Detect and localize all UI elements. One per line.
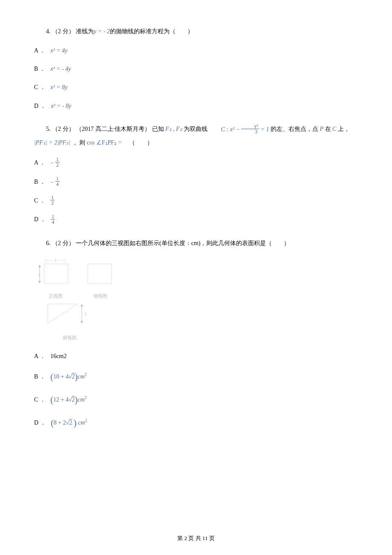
q4-pre: 准线为	[76, 28, 94, 35]
front-view-icon: |←— 2 —→| 2	[38, 258, 72, 286]
q5-curve-frac: y²3	[241, 124, 259, 134]
question-6: 6. （2 分） 一个几何体的三视图如右图所示(单位长度：cm)，则此几何体的表…	[34, 237, 358, 431]
q5-d-den: 4	[51, 220, 55, 225]
q6-text: 6. （2 分） 一个几何体的三视图如右图所示(单位长度：cm)，则此几何体的表…	[34, 237, 358, 249]
q4-text: 4. （2 分） 准线为y = - 2的抛物线的标准方程为（ ）	[34, 26, 358, 38]
q4-option-b[interactable]: B ． x² = - 4y	[34, 64, 358, 74]
q5-curve-prefix: C : x² −	[221, 126, 242, 133]
q4-points: （2 分）	[52, 28, 75, 35]
q6-option-d[interactable]: D ． (8 + 2√2 ) cm2	[34, 415, 358, 431]
q4-post: 的抛物线的标准方程为（ ）	[110, 28, 193, 35]
q4-a-label: A ．	[34, 47, 46, 54]
q5-a-frac: 12	[55, 157, 60, 168]
q5-point-p: P	[320, 126, 324, 132]
svg-text:2: 2	[38, 272, 40, 277]
q5-b-num: 1	[55, 176, 60, 182]
q5-a-label: A ．	[34, 159, 46, 166]
svg-marker-2	[38, 265, 41, 267]
q4-option-c[interactable]: C ． x² = 8y	[34, 82, 358, 92]
q5-source: （2017 高二上·佳木斯月考）	[76, 126, 150, 132]
svg-marker-10	[81, 321, 83, 324]
q6-front-label: 正视图	[38, 291, 72, 301]
q5-points: （2 分）	[52, 126, 75, 132]
q5-b-neg: −	[50, 179, 54, 185]
svg-text:|←— 2 —→|: |←— 2 —→|	[45, 258, 66, 262]
q6-d-label: D ．	[34, 419, 46, 426]
q4-number: 4.	[46, 28, 51, 35]
q6-top-label: 俯视图	[46, 333, 93, 342]
side-view-icon	[85, 258, 115, 286]
q5-d-label: D ．	[34, 216, 46, 223]
q6-b-label: B ．	[34, 373, 46, 380]
q5-a-den: 2	[55, 162, 60, 168]
q5-cos-expr: cos ∠F₁PF₂ =	[87, 139, 122, 146]
q5-option-d[interactable]: D ． 14	[34, 214, 358, 225]
svg-marker-3	[38, 281, 41, 283]
q5-a-neg: −	[50, 160, 54, 166]
q6-top-view-wrap: 2 俯视图	[46, 302, 93, 342]
q6-option-a[interactable]: A ． 16cm2	[34, 351, 358, 361]
q4-d-label: D ．	[34, 103, 46, 109]
q4-option-a[interactable]: A ． x² = 4y	[34, 45, 358, 56]
svg-marker-9	[81, 304, 83, 306]
q5-post: 的左、右焦点，点	[271, 126, 320, 132]
q5-option-b[interactable]: B ． − 14	[34, 176, 358, 188]
q5-text-line2: |PF₁| = 2|PF₂| ， 则 cos ∠F₁PF₂ = （ ）	[34, 136, 358, 150]
q5-curve-num: y²	[241, 124, 259, 129]
q5-b-den: 4	[55, 182, 60, 187]
q6-diagram-row2: 2 俯视图	[46, 302, 358, 342]
q6-side-label: 侧视图	[85, 291, 115, 301]
q5-pre: 已知	[152, 126, 166, 132]
q4-c-label: C ．	[34, 84, 46, 90]
q5-pf-eq: |PF₁| = 2|PF₂|	[34, 139, 70, 146]
q5-b-frac: 14	[55, 176, 60, 187]
q4-c-formula: x² = 8y	[50, 84, 67, 90]
q6-diagram-row1: |←— 2 —→| 2 正视图 侧视图	[38, 258, 358, 301]
q5-post2: 在	[325, 126, 333, 132]
q5-curve: C : x² − y²3 = 1	[209, 124, 269, 136]
q5-text-line1: 5. （2 分） （2017 高二上·佳木斯月考） 已知 F₁ , F₂ 为双曲…	[34, 123, 358, 136]
q6-b-expr: (10 + 4√2)cm2	[50, 373, 86, 380]
q6-diagram: |←— 2 —→| 2 正视图 侧视图	[38, 258, 358, 342]
q5-c-label: C ．	[34, 197, 46, 204]
q5-mid: 为双曲线	[184, 126, 209, 132]
q4-d-formula: x² = - 8y	[51, 103, 71, 109]
q4-formula-inline: y = - 2	[94, 28, 110, 35]
q6-body: 一个几何体的三视图如右图所示(单位长度：cm)，则此几何体的表面积是（ ）	[76, 240, 290, 246]
q6-number: 6.	[46, 240, 51, 246]
q6-points: （2 分）	[52, 240, 75, 246]
q5-option-c[interactable]: C ． 12	[34, 195, 358, 206]
q6-option-c[interactable]: C ． (12 + 4√2)cm2	[34, 392, 358, 408]
q5-curve-suffix: = 1	[259, 126, 269, 133]
svg-text:2: 2	[84, 312, 86, 316]
q6-side-view-wrap: 侧视图	[85, 258, 115, 301]
q5-curve-c: C	[332, 126, 336, 132]
svg-rect-5	[44, 264, 68, 283]
q4-a-formula: x² = 4y	[50, 47, 67, 54]
q5-option-a[interactable]: A ． − 12	[34, 157, 358, 168]
svg-marker-7	[48, 304, 78, 324]
q4-b-label: B ．	[34, 66, 46, 72]
q5-curve-den: 3	[241, 129, 259, 134]
q6-c-label: C ．	[34, 396, 46, 403]
q6-front-view-wrap: |←— 2 —→| 2 正视图	[38, 258, 72, 301]
q5-c-den: 2	[50, 200, 55, 205]
q5-line2-mid: ， 则	[72, 139, 87, 146]
q5-d-num: 1	[51, 214, 55, 220]
q5-number: 5.	[46, 126, 51, 132]
q5-f1f2: F₁ , F₂	[165, 126, 182, 132]
q5-post3: 上，	[338, 126, 350, 132]
svg-rect-6	[88, 264, 112, 283]
page-footer: 第 2 页 共 11 页	[0, 535, 392, 542]
q6-a-label: A ．	[34, 353, 46, 359]
q6-option-b[interactable]: B ． (10 + 4√2)cm2	[34, 369, 358, 384]
q5-b-label: B ．	[34, 179, 46, 185]
question-4: 4. （2 分） 准线为y = - 2的抛物线的标准方程为（ ） A ． x² …	[34, 26, 358, 111]
q5-c-frac: 12	[50, 195, 55, 205]
q4-b-formula: x² = - 4y	[50, 66, 71, 72]
q6-a-text: 16cm2	[50, 353, 66, 359]
q6-c-expr: (12 + 4√2)cm2	[50, 396, 86, 403]
question-5: 5. （2 分） （2017 高二上·佳木斯月考） 已知 F₁ , F₂ 为双曲…	[34, 123, 358, 225]
q5-d-frac: 14	[51, 214, 55, 225]
q4-option-d[interactable]: D ． x² = - 8y	[34, 101, 358, 111]
